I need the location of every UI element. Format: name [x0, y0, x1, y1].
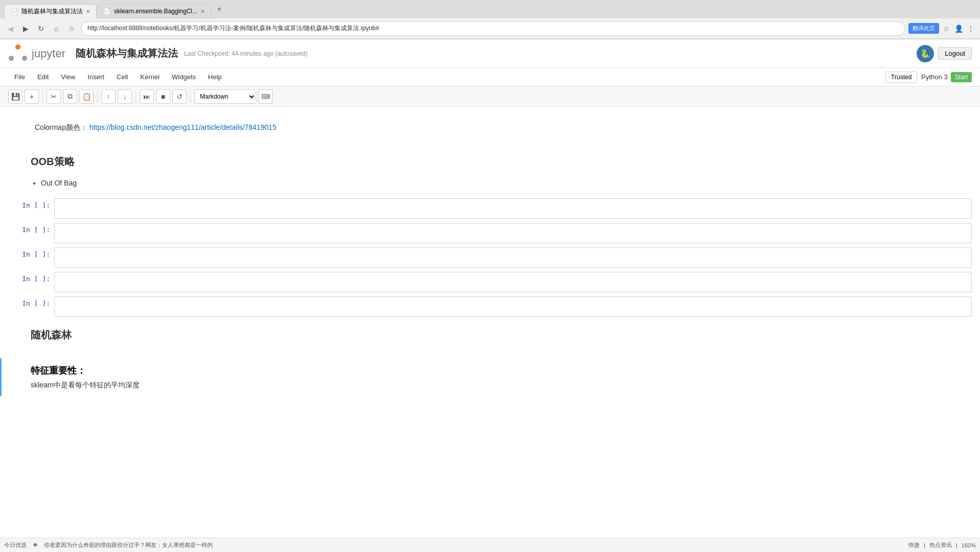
run-next-button[interactable]: ⏭	[140, 89, 154, 104]
status-right: 快捷 | 热点资讯 | 160%	[908, 541, 976, 549]
tab-bar: 📄 随机森林与集成算法法 ✕ 📄 sklearn.ensemble.Baggin…	[0, 0, 980, 18]
jupyter-logo: jupyter	[8, 44, 65, 63]
copy-icon: ⧉	[68, 92, 73, 101]
bookmark-button[interactable]: ☆	[65, 22, 78, 35]
cut-button[interactable]: ✂	[47, 89, 61, 104]
tab2-favicon: 📄	[103, 8, 111, 15]
tab1-close[interactable]: ✕	[86, 9, 90, 14]
feature-importance-heading: 特征重要性：	[31, 364, 972, 377]
cell-input-3[interactable]	[54, 247, 972, 268]
trusted-button[interactable]: Trusted	[885, 72, 917, 83]
fast-forward-icon: ⏭	[143, 93, 150, 101]
menu-cell[interactable]: Cell	[110, 71, 134, 83]
status-div2: |	[956, 542, 957, 548]
status-bar: 今日优选 ❖ 你老婆因为什么奇葩的理由跟你分过手？网友：女人果然都是一样的 快捷…	[0, 538, 980, 552]
tab-inactive[interactable]: 📄 sklearn.ensemble.BaggingCl... ✕	[97, 4, 211, 18]
oob-heading: OOB策略	[31, 151, 972, 173]
menu-insert[interactable]: Insert	[81, 71, 110, 83]
python-logo: 🐍	[917, 45, 934, 62]
stop-icon: ■	[161, 93, 165, 101]
menu-kernel[interactable]: Kernel	[134, 71, 166, 83]
address-bar[interactable]: http://localhost:8888/notebooks/机器学习/机器学…	[81, 21, 905, 36]
status-div1: |	[924, 542, 925, 548]
tab2-close[interactable]: ✕	[201, 9, 205, 14]
today-label[interactable]: 今日优选	[4, 541, 27, 549]
logout-button[interactable]: Logout	[938, 47, 972, 60]
add-cell-button[interactable]: +	[25, 89, 39, 104]
refresh-button[interactable]: ↻	[35, 22, 47, 35]
zoom-level: 160%	[962, 542, 976, 548]
code-cell-4: In [ ]:	[0, 271, 980, 293]
cell-input-1[interactable]	[54, 198, 972, 219]
cell-input-5[interactable]	[54, 296, 972, 317]
jupyter-header: jupyter 随机森林与集成算法法 Last Checkpoint: 44 m…	[0, 39, 980, 68]
tab1-title: 随机森林与集成算法法	[21, 7, 83, 16]
menu-widgets[interactable]: Widgets	[166, 71, 202, 83]
keyboard-button[interactable]: ⌨	[258, 89, 273, 104]
save-icon: 💾	[11, 93, 20, 101]
menu-edit[interactable]: Edit	[31, 71, 55, 83]
nav-right: 翻译此页 ☆ 👤 ⋮	[908, 23, 976, 34]
bookmark-star-icon[interactable]: ☆	[941, 24, 951, 34]
notebook-content: Colormap颜色： https://blog.csdn.net/zhaoge…	[0, 107, 980, 511]
header-right: 🐍 Logout	[917, 45, 972, 62]
code-cell-2: In [ ]:	[0, 222, 980, 244]
svg-point-1	[9, 56, 14, 61]
browser-chrome: 📄 随机森林与集成算法法 ✕ 📄 sklearn.ensemble.Baggin…	[0, 0, 980, 39]
plus-icon: +	[30, 93, 34, 101]
cell-input-4[interactable]	[54, 272, 972, 292]
move-up-button[interactable]: ↑	[101, 89, 116, 104]
home-button[interactable]: ⌂	[50, 22, 62, 35]
menu-file[interactable]: File	[8, 71, 31, 83]
separator-3	[136, 90, 136, 103]
toolbar: 💾 + ✂ ⧉ 📋 ↑ ↓ ⏭ ■ ↺ Code Markdown Raw NB…	[0, 86, 980, 107]
start-button[interactable]: Start	[951, 72, 972, 82]
settings-icon[interactable]: ⋮	[966, 24, 976, 34]
jupyter-logo-svg	[8, 44, 28, 63]
translate-button[interactable]: 翻译此页	[908, 23, 939, 34]
paste-button[interactable]: 📋	[79, 89, 94, 104]
scissors-icon: ✂	[51, 93, 57, 101]
cell-input-2[interactable]	[54, 223, 972, 243]
colormap-link[interactable]: https://blog.csdn.net/zhaogeng111/articl…	[90, 123, 277, 131]
random-forest-heading: 随机森林	[31, 324, 972, 346]
nav-bar: ◀ ▶ ↻ ⌂ ☆ http://localhost:8888/notebook…	[0, 18, 980, 39]
move-down-button[interactable]: ↓	[118, 89, 132, 104]
tab1-favicon: 📄	[11, 8, 18, 15]
oob-section: OOB策略 Out Of Bag	[0, 147, 980, 195]
arrow-down-icon: ↓	[123, 93, 127, 101]
cell-prompt-1: In [ ]:	[8, 198, 54, 219]
back-button[interactable]: ◀	[4, 22, 16, 35]
colormap-line: Colormap颜色： https://blog.csdn.net/zhaoge…	[31, 121, 972, 134]
oob-bullet: Out Of Bag	[41, 179, 972, 187]
copy-button[interactable]: ⧉	[63, 89, 77, 104]
stop-button[interactable]: ■	[156, 89, 170, 104]
menu-bar: File Edit View Insert Cell Kernel Widget…	[0, 68, 980, 86]
arrow-up-icon: ↑	[107, 93, 110, 101]
quick-notes[interactable]: 快捷	[908, 541, 920, 549]
forward-button[interactable]: ▶	[19, 22, 32, 35]
jupyter-logo-text: jupyter	[32, 47, 65, 60]
save-button[interactable]: 💾	[8, 89, 23, 104]
code-cell-1: In [ ]:	[0, 197, 980, 220]
notebook-name[interactable]: 随机森林与集成算法法	[76, 47, 178, 60]
keyboard-icon: ⌨	[261, 93, 270, 100]
cell-prompt-2: In [ ]:	[8, 223, 54, 243]
status-left: 今日优选 ❖ 你老婆因为什么奇葩的理由跟你分过手？网友：女人果然都是一样的	[4, 541, 213, 549]
tab-active[interactable]: 📄 随机森林与集成算法法 ✕	[4, 4, 97, 18]
status-separator: ❖	[33, 542, 38, 548]
separator-4	[190, 90, 191, 103]
restart-button[interactable]: ↺	[172, 89, 187, 104]
menu-help[interactable]: Help	[202, 71, 228, 83]
cell-prompt-5: In [ ]:	[8, 296, 54, 317]
feature-importance-text: sklearn中是看每个特征的平均深度	[31, 381, 972, 390]
cell-prompt-3: In [ ]:	[8, 247, 54, 268]
hot-search[interactable]: 热点资讯	[929, 541, 952, 549]
menu-view[interactable]: View	[55, 71, 81, 83]
add-tab-button[interactable]: +	[213, 3, 226, 15]
oob-list: Out Of Bag	[41, 179, 972, 187]
user-icon[interactable]: 👤	[953, 24, 964, 34]
active-markdown-cell[interactable]: 特征重要性： sklearn中是看每个特征的平均深度	[0, 358, 980, 396]
cell-type-select[interactable]: Code Markdown Raw NBConvert Heading	[194, 89, 256, 104]
separator-1	[42, 90, 43, 103]
